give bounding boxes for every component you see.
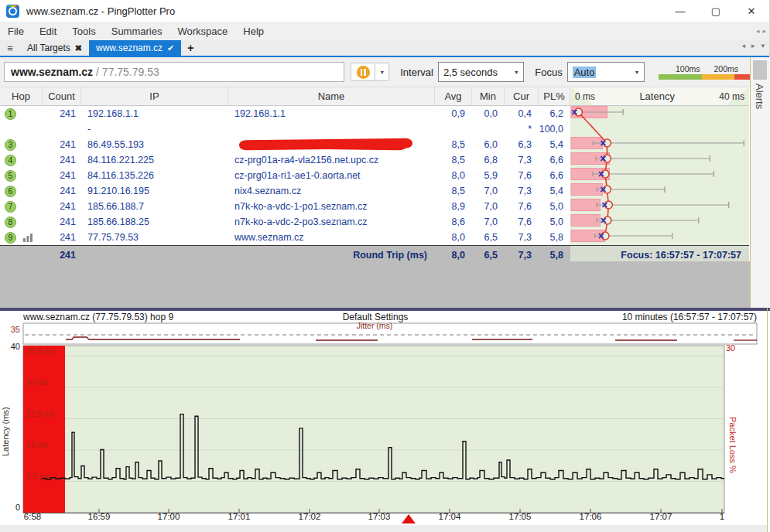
x-tick-label: 17:07 [644, 512, 678, 521]
table-row[interactable]: 7241185.66.188.7n7k-ko-a-vdc-1-po1.sezna… [0, 199, 749, 214]
cur-cell: 7,6 [505, 214, 539, 230]
focus-select[interactable]: Auto ▾ [567, 62, 645, 82]
forward-arrow-icon[interactable]: ▸ [762, 27, 766, 35]
hop-cell: 8 [0, 214, 43, 230]
min-cell: 5,9 [472, 168, 505, 183]
chevron-down-icon: ▾ [630, 69, 644, 76]
latency-axis-label: Latency (ms) [0, 362, 12, 501]
avg-cell: 8,5 [435, 137, 472, 152]
latency-max-label: 40 ms [719, 91, 744, 102]
menu-scroll-arrows[interactable]: ◂ ▸ [756, 22, 766, 40]
table-row[interactable]: 1241192.168.1.1192.168.1.10,90,00,46,2 [0, 106, 749, 121]
hop-number-badge: 7 [5, 201, 16, 213]
pl-cell: 5,4 [539, 137, 570, 152]
hop-number-badge: 8 [5, 217, 16, 228]
hop-cell: 5 [0, 168, 43, 183]
ip-cell: 192.168.1.1 [81, 106, 228, 121]
target-input[interactable]: www.seznam.cz / 77.75.79.53 [4, 62, 344, 82]
gridline-label: 22.5 ms [26, 410, 54, 418]
scale-orange-segment [702, 74, 734, 80]
count-cell: 241 [43, 137, 81, 152]
back-arrow-icon[interactable]: ◂ [756, 27, 760, 35]
chevron-down-icon[interactable]: ▾ [761, 42, 765, 49]
name-cell: www.seznam.cz [228, 230, 435, 245]
pl-cell: 5,0 [539, 214, 570, 230]
tab-all-targets[interactable]: All Targets ✖ [20, 40, 89, 56]
minimize-button[interactable]: — [662, 0, 698, 22]
menu-workspace[interactable]: Workspace [169, 26, 235, 37]
col-name[interactable]: Name [228, 87, 435, 105]
avg-cell: 8,0 [435, 230, 472, 245]
hop-number-badge: 3 [5, 139, 16, 151]
alerts-label: Alerts [754, 84, 765, 109]
close-button[interactable]: ✕ [734, 0, 769, 22]
col-hop[interactable]: Hop [0, 87, 43, 105]
table-row[interactable]: 324186.49.55.1938,56,06,35,4 [0, 137, 749, 152]
packet-loss-axis-max: 30 [726, 343, 746, 353]
latency-graph-cell [570, 214, 749, 230]
alerts-panel-tab[interactable]: Alerts [750, 57, 770, 308]
tab-www-seznam-cz[interactable]: www.seznam.cz ✔ [89, 40, 181, 56]
latency-timeline-chart[interactable]: 7.5 ms15 ms22.5 ms30 ms37.5 ms [0, 308, 770, 532]
pause-button[interactable] [351, 63, 375, 81]
targets-menu-icon[interactable]: ≡ [0, 40, 20, 56]
pause-dropdown-button[interactable]: ▾ [375, 63, 389, 81]
pl-cell: 5,4 [539, 183, 570, 199]
ip-cell: 84.116.221.225 [81, 152, 228, 168]
ip-cell: 91.210.16.195 [81, 183, 228, 199]
ip-cell: 185.66.188.7 [81, 199, 228, 214]
back-arrow-icon[interactable]: ◂ [741, 42, 745, 49]
latency-graph-cell [570, 199, 749, 214]
col-ip[interactable]: IP [81, 87, 228, 105]
timeline-panel[interactable]: www.seznam.cz (77.75.79.53) hop 9 Defaul… [0, 308, 770, 532]
interval-select[interactable]: 2,5 seconds ▾ [438, 62, 524, 82]
name-cell [228, 121, 435, 137]
maximize-button[interactable]: ▢ [698, 0, 734, 22]
col-cur[interactable]: Cur [505, 87, 539, 105]
tab-scroll-arrows[interactable]: ◂ ▸ ▾ [741, 42, 765, 49]
col-avg[interactable]: Avg [435, 87, 472, 105]
table-row[interactable]: 424184.116.221.225cz-prg01a-ra4-vla2156.… [0, 152, 749, 168]
cur-cell: 7,6 [505, 168, 539, 183]
menu-summaries[interactable]: Summaries [104, 26, 170, 37]
cur-cell: 7,6 [505, 199, 539, 214]
pl-cell: 100,0 [539, 121, 570, 137]
name-cell: cz-prg01a-ra4-vla2156.net.upc.cz [228, 152, 435, 168]
interval-value: 2,5 seconds [443, 66, 498, 78]
col-min[interactable]: Min [472, 87, 505, 105]
tab-check-icon: ✔ [167, 43, 174, 53]
col-pl[interactable]: PL% [539, 87, 570, 105]
menu-tools[interactable]: Tools [64, 26, 103, 37]
cur-cell: 0,4 [505, 106, 539, 121]
new-tab-button[interactable]: + [181, 40, 200, 56]
menu-help[interactable]: Help [235, 26, 272, 37]
table-row[interactable]: 624191.210.16.195nix4.seznam.cz8,57,07,3… [0, 183, 749, 199]
table-row[interactable]: 524184.116.135.226cz-prg01a-ri1-ae1-0.ao… [0, 168, 749, 183]
x-tick-label: 17:00 [152, 512, 186, 521]
forward-arrow-icon[interactable]: ▸ [751, 42, 755, 49]
x-tick-label: 17:02 [293, 512, 327, 521]
bottom-strip [0, 525, 767, 532]
window-title: www.seznam.cz - PingPlotter Pro [26, 5, 175, 17]
menu-file[interactable]: File [0, 26, 32, 37]
col-count[interactable]: Count [43, 87, 81, 105]
hop-number-badge: 4 [5, 155, 16, 166]
ip-cell: - [81, 121, 228, 137]
table-row[interactable]: 924177.75.79.53www.seznam.cz8,06,57,35,8 [0, 230, 749, 245]
tab-all-targets-label: All Targets [27, 43, 70, 53]
table-background [0, 261, 750, 308]
hop-number-badge: 9 [5, 232, 16, 244]
alerts-scrollbar-thumb[interactable] [753, 60, 767, 80]
scale-100ms-label: 100ms [676, 64, 700, 73]
x-tick-label: 17:05 [503, 512, 537, 521]
hop-cell: 4 [0, 152, 43, 168]
table-row[interactable]: 8241185.66.188.25n7k-ko-a-vdc-2-po3.sezn… [0, 214, 749, 230]
panel-right-border [767, 308, 768, 532]
latency-graph-cell [570, 152, 749, 168]
hop-cell: 9 [0, 230, 43, 245]
count-cell: 241 [43, 106, 81, 121]
tab-close-icon[interactable]: ✖ [75, 43, 82, 53]
table-row[interactable]: -*100,0 [0, 121, 749, 137]
focus-label: Focus [535, 66, 562, 78]
menu-edit[interactable]: Edit [32, 26, 64, 37]
